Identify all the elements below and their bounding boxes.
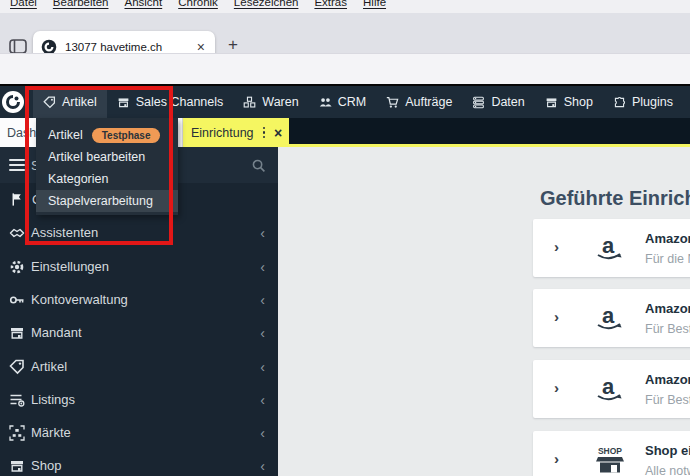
people-icon <box>319 96 332 109</box>
setup-card-amazon-3[interactable]: › Amazon F Für Beste <box>533 360 690 418</box>
topnav-item-automatisierung[interactable]: Automatisierung <box>683 86 690 118</box>
chevron-collapse-icon[interactable]: ‹ <box>260 359 265 375</box>
chevron-collapse-icon[interactable]: ‹ <box>260 292 265 308</box>
chevron-collapse-icon[interactable]: ‹ <box>260 225 265 241</box>
new-tab-button[interactable]: + <box>228 35 238 55</box>
expand-chevron-icon[interactable]: › <box>554 308 559 325</box>
sidebar-item-label: Einstellungen <box>31 259 109 274</box>
card-title: Amazon N <box>645 301 690 316</box>
screen: Datei Bearbeiten Ansicht Chronik Lesezei… <box>0 0 690 476</box>
shop-icon <box>9 458 25 474</box>
list-icon <box>9 392 25 408</box>
sidebar-item-artikel[interactable]: Artikel ‹ <box>0 350 278 383</box>
boxes-icon <box>243 96 256 109</box>
chevron-collapse-icon[interactable]: ‹ <box>260 392 265 408</box>
chevron-collapse-icon[interactable]: ‹ <box>260 458 265 474</box>
amazon-logo-icon <box>593 233 627 263</box>
network-icon <box>9 425 25 441</box>
menu-lesezeichen[interactable]: Lesezeichen <box>234 0 299 8</box>
topnav-label: Aufträge <box>405 95 452 109</box>
topnav-label: Waren <box>262 95 298 109</box>
tab-einrichtung-label: Einrichtung <box>191 126 254 140</box>
setup-card-amazon-2[interactable]: › Amazon N Für Beste <box>533 289 690 347</box>
menu-hilfe[interactable]: Hilfe <box>363 0 386 8</box>
setup-card-amazon-1[interactable]: › Amazon F Für die Nu <box>533 219 690 277</box>
browser-tabstrip: 13077 havetime.ch × + <box>0 13 690 53</box>
amazon-logo-icon <box>593 374 627 404</box>
topnav-label: Shop <box>564 95 593 109</box>
menu-extras[interactable]: Extras <box>314 0 347 8</box>
expand-chevron-icon[interactable]: › <box>554 238 559 255</box>
browser-urlbar: ← → ↻ p13077.my.plentysystems.com/plenty… <box>0 53 690 84</box>
sidebar-item-label: Artikel <box>31 359 67 374</box>
tab-close-icon[interactable]: × <box>274 125 282 141</box>
sidebar-item-listings[interactable]: Listings ‹ <box>0 383 278 416</box>
card-subtitle: Alle notw <box>645 464 690 476</box>
sidebar-item-shop[interactable]: Shop ‹ <box>0 449 278 476</box>
sidebar-item-label: Shop <box>31 458 61 473</box>
red-highlight-rectangle <box>25 86 173 245</box>
menu-bearbeiten[interactable]: Bearbeiten <box>53 0 109 8</box>
card-title: Amazon F <box>645 231 690 246</box>
chevron-collapse-icon[interactable]: ‹ <box>260 425 265 441</box>
chevron-collapse-icon[interactable]: ‹ <box>260 325 265 341</box>
sidebar-item-kontoverwaltung[interactable]: Kontoverwaltung ‹ <box>0 283 278 316</box>
flag-icon <box>10 192 25 207</box>
topnav-item-crm[interactable]: CRM <box>309 86 376 118</box>
hamburger-icon[interactable] <box>9 159 25 171</box>
chevron-collapse-icon[interactable]: ‹ <box>260 259 265 275</box>
topnav-item-waren[interactable]: Waren <box>233 86 308 118</box>
amazon-logo-icon <box>593 303 627 333</box>
handshake-icon <box>9 225 25 241</box>
card-title: Amazon F <box>645 372 690 387</box>
key-icon <box>9 292 25 308</box>
cart-icon <box>386 96 399 109</box>
card-title: Shop einr <box>645 443 690 458</box>
plentysystems-logo[interactable] <box>0 88 28 116</box>
tab-menu-icon[interactable] <box>261 127 268 139</box>
menu-datei[interactable]: Datei <box>10 0 37 8</box>
sidebar-item-label: Listings <box>31 392 75 407</box>
sidebar-item-mandant[interactable]: Mandant ‹ <box>0 316 278 349</box>
topnav-item-daten[interactable]: Daten <box>462 86 534 118</box>
topnav-item-plugins[interactable]: Plugins <box>603 86 683 118</box>
card-subtitle: Für die Nu <box>645 252 690 266</box>
sidebar-item-label: Mandant <box>31 325 82 340</box>
tab-einrichtung[interactable]: Einrichtung × <box>183 118 289 147</box>
card-subtitle: Für Beste <box>645 393 690 407</box>
sidebar-item-einstellungen[interactable]: Einstellungen ‹ <box>0 250 278 283</box>
browser-tab-title: 13077 havetime.ch <box>65 41 195 53</box>
database-icon <box>472 96 485 109</box>
topnav-label: CRM <box>338 95 366 109</box>
browser-menubar: Datei Bearbeiten Ansicht Chronik Lesezei… <box>0 0 690 13</box>
shopfront-icon <box>593 445 627 475</box>
puzzle-icon <box>613 96 626 109</box>
sidebar-item-label: Märkte <box>31 425 71 440</box>
expand-chevron-icon[interactable]: › <box>554 450 559 467</box>
storefront-icon <box>9 325 25 341</box>
gear-icon <box>9 259 25 275</box>
firefox-view-icon[interactable] <box>9 39 27 54</box>
topnav-item-auftraege[interactable]: Aufträge <box>376 86 462 118</box>
page-title: Geführte Einrichtung <box>540 187 690 210</box>
topnav-label: Daten <box>491 95 524 109</box>
menu-ansicht[interactable]: Ansicht <box>124 0 162 8</box>
topnav-item-shop[interactable]: Shop <box>535 86 603 118</box>
expand-chevron-icon[interactable]: › <box>554 379 559 396</box>
card-subtitle: Für Beste <box>645 322 690 336</box>
sidebar-item-maerkte[interactable]: Märkte ‹ <box>0 416 278 449</box>
topnav-label: Plugins <box>632 95 673 109</box>
shop-icon <box>545 96 558 109</box>
sidebar-item-label: Kontoverwaltung <box>31 292 128 307</box>
search-icon[interactable] <box>251 158 266 173</box>
tag-icon <box>9 359 25 375</box>
setup-card-shop[interactable]: › Shop einr Alle notw <box>533 431 690 476</box>
menu-chronik[interactable]: Chronik <box>178 0 218 8</box>
